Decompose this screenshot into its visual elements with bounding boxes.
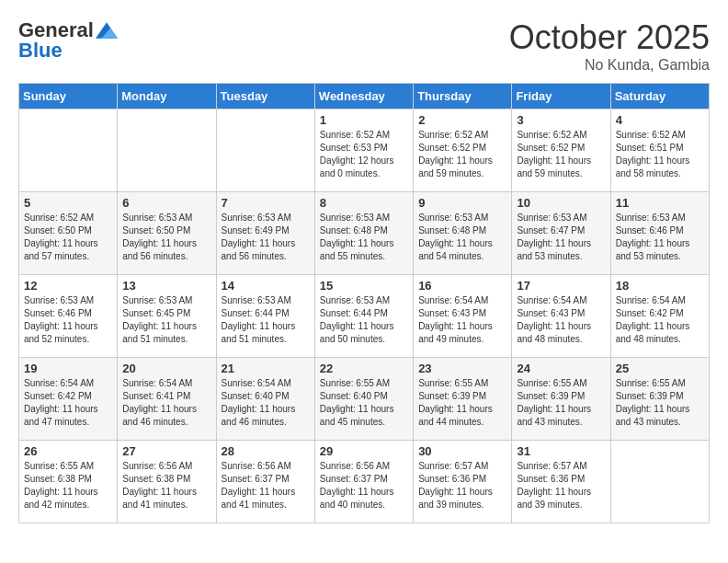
cell-info: Sunrise: 6:54 AMSunset: 6:40 PMDaylight:… [222,377,310,429]
calendar-cell: 6Sunrise: 6:53 AMSunset: 6:50 PMDaylight… [118,192,216,275]
month-title: October 2025 [509,18,710,57]
day-number: 22 [320,362,408,375]
calendar-cell [118,109,216,192]
cell-info: Sunrise: 6:52 AMSunset: 6:52 PMDaylight:… [517,129,605,180]
weekday-header-wednesday: Wednesday [314,84,413,109]
day-number: 25 [616,362,704,375]
calendar-cell: 28Sunrise: 6:56 AMSunset: 6:37 PMDayligh… [216,441,314,523]
cell-info: Sunrise: 6:55 AMSunset: 6:39 PMDaylight:… [616,377,704,429]
cell-info: Sunrise: 6:52 AMSunset: 6:50 PMDaylight:… [24,212,112,263]
page-header: General Blue October 2025 No Kunda, Gamb… [18,18,710,74]
cell-info: Sunrise: 6:52 AMSunset: 6:51 PMDaylight:… [616,129,704,180]
day-number: 11 [616,196,704,210]
day-number: 23 [418,362,506,375]
cell-info: Sunrise: 6:54 AMSunset: 6:43 PMDaylight:… [517,294,605,346]
cell-info: Sunrise: 6:53 AMSunset: 6:50 PMDaylight:… [122,212,210,263]
cell-info: Sunrise: 6:54 AMSunset: 6:41 PMDaylight:… [122,377,210,429]
cell-info: Sunrise: 6:55 AMSunset: 6:39 PMDaylight:… [517,377,605,429]
day-number: 12 [24,279,112,293]
cell-info: Sunrise: 6:53 AMSunset: 6:48 PMDaylight:… [320,212,408,263]
day-number: 19 [24,362,112,375]
day-number: 18 [616,279,704,293]
cell-info: Sunrise: 6:53 AMSunset: 6:49 PMDaylight:… [222,212,310,263]
calendar-cell: 4Sunrise: 6:52 AMSunset: 6:51 PMDaylight… [610,109,709,192]
day-number: 28 [222,444,310,458]
weekday-header-row: SundayMondayTuesdayWednesdayThursdayFrid… [19,84,710,109]
calendar-row-0: 1Sunrise: 6:52 AMSunset: 6:53 PMDaylight… [19,109,710,192]
calendar-cell [610,441,709,523]
calendar-cell: 8Sunrise: 6:53 AMSunset: 6:48 PMDaylight… [314,192,413,275]
weekday-header-sunday: Sunday [19,84,118,109]
calendar-cell: 16Sunrise: 6:54 AMSunset: 6:43 PMDayligh… [414,275,512,358]
calendar-cell: 25Sunrise: 6:55 AMSunset: 6:39 PMDayligh… [610,358,709,441]
cell-info: Sunrise: 6:56 AMSunset: 6:38 PMDaylight:… [122,460,210,511]
calendar-cell: 20Sunrise: 6:54 AMSunset: 6:41 PMDayligh… [118,358,216,441]
calendar-row-4: 26Sunrise: 6:55 AMSunset: 6:38 PMDayligh… [19,441,710,523]
day-number: 16 [418,279,506,293]
day-number: 26 [24,444,112,458]
calendar-cell: 27Sunrise: 6:56 AMSunset: 6:38 PMDayligh… [118,441,216,523]
logo: General Blue [18,18,118,63]
cell-info: Sunrise: 6:53 AMSunset: 6:48 PMDaylight:… [418,212,506,263]
calendar-cell [19,109,118,192]
day-number: 10 [517,196,605,210]
day-number: 9 [418,196,506,210]
calendar-cell: 1Sunrise: 6:52 AMSunset: 6:53 PMDaylight… [314,109,413,192]
weekday-header-saturday: Saturday [610,84,709,109]
cell-info: Sunrise: 6:55 AMSunset: 6:40 PMDaylight:… [320,377,408,429]
calendar-row-1: 5Sunrise: 6:52 AMSunset: 6:50 PMDaylight… [19,192,710,275]
day-number: 3 [517,113,605,127]
cell-info: Sunrise: 6:57 AMSunset: 6:36 PMDaylight:… [517,460,605,511]
calendar-cell: 21Sunrise: 6:54 AMSunset: 6:40 PMDayligh… [216,358,314,441]
calendar-cell [216,109,314,192]
calendar-cell: 23Sunrise: 6:55 AMSunset: 6:39 PMDayligh… [414,358,512,441]
location-text: No Kunda, Gambia [509,57,710,74]
weekday-header-tuesday: Tuesday [216,84,314,109]
weekday-header-thursday: Thursday [414,84,512,109]
calendar-cell: 31Sunrise: 6:57 AMSunset: 6:36 PMDayligh… [512,441,610,523]
calendar-cell: 30Sunrise: 6:57 AMSunset: 6:36 PMDayligh… [414,441,512,523]
day-number: 5 [24,196,112,210]
cell-info: Sunrise: 6:52 AMSunset: 6:53 PMDaylight:… [320,129,408,180]
cell-info: Sunrise: 6:53 AMSunset: 6:44 PMDaylight:… [320,294,408,346]
calendar-cell: 14Sunrise: 6:53 AMSunset: 6:44 PMDayligh… [216,275,314,358]
calendar-cell: 15Sunrise: 6:53 AMSunset: 6:44 PMDayligh… [314,275,413,358]
day-number: 24 [517,362,605,375]
title-block: October 2025 No Kunda, Gambia [509,18,710,74]
calendar-cell: 13Sunrise: 6:53 AMSunset: 6:45 PMDayligh… [118,275,216,358]
cell-info: Sunrise: 6:53 AMSunset: 6:44 PMDaylight:… [222,294,310,346]
calendar-cell: 5Sunrise: 6:52 AMSunset: 6:50 PMDaylight… [19,192,118,275]
cell-info: Sunrise: 6:53 AMSunset: 6:47 PMDaylight:… [517,212,605,263]
cell-info: Sunrise: 6:53 AMSunset: 6:46 PMDaylight:… [616,212,704,263]
calendar-cell: 12Sunrise: 6:53 AMSunset: 6:46 PMDayligh… [19,275,118,358]
calendar-cell: 3Sunrise: 6:52 AMSunset: 6:52 PMDaylight… [512,109,610,192]
day-number: 27 [122,444,210,458]
calendar-cell: 11Sunrise: 6:53 AMSunset: 6:46 PMDayligh… [610,192,709,275]
cell-info: Sunrise: 6:54 AMSunset: 6:42 PMDaylight:… [24,377,112,429]
calendar-cell: 29Sunrise: 6:56 AMSunset: 6:37 PMDayligh… [314,441,413,523]
day-number: 29 [320,444,408,458]
cell-info: Sunrise: 6:52 AMSunset: 6:52 PMDaylight:… [418,129,506,180]
day-number: 6 [122,196,210,210]
day-number: 7 [222,196,310,210]
calendar-row-2: 12Sunrise: 6:53 AMSunset: 6:46 PMDayligh… [19,275,710,358]
logo-blue-text: Blue [18,39,63,63]
calendar-cell: 24Sunrise: 6:55 AMSunset: 6:39 PMDayligh… [512,358,610,441]
calendar-cell: 17Sunrise: 6:54 AMSunset: 6:43 PMDayligh… [512,275,610,358]
day-number: 20 [122,362,210,375]
calendar-cell: 9Sunrise: 6:53 AMSunset: 6:48 PMDaylight… [414,192,512,275]
day-number: 2 [418,113,506,127]
logo-icon [96,22,118,39]
day-number: 15 [320,279,408,293]
cell-info: Sunrise: 6:54 AMSunset: 6:43 PMDaylight:… [418,294,506,346]
calendar-row-3: 19Sunrise: 6:54 AMSunset: 6:42 PMDayligh… [19,358,710,441]
calendar-cell: 10Sunrise: 6:53 AMSunset: 6:47 PMDayligh… [512,192,610,275]
cell-info: Sunrise: 6:55 AMSunset: 6:39 PMDaylight:… [418,377,506,429]
day-number: 14 [222,279,310,293]
day-number: 30 [418,444,506,458]
cell-info: Sunrise: 6:54 AMSunset: 6:42 PMDaylight:… [616,294,704,346]
weekday-header-monday: Monday [118,84,216,109]
calendar-cell: 2Sunrise: 6:52 AMSunset: 6:52 PMDaylight… [414,109,512,192]
day-number: 4 [616,113,704,127]
day-number: 17 [517,279,605,293]
